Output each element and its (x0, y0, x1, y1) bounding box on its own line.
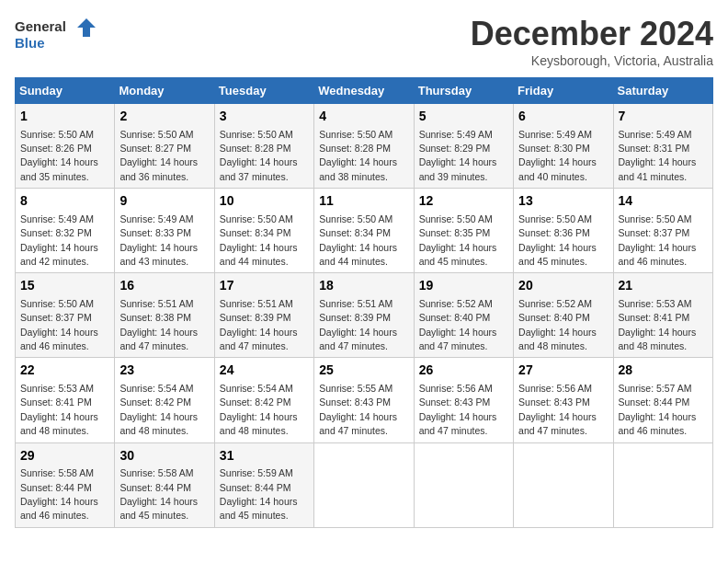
weekday-header: Thursday (414, 78, 513, 104)
day-number: 1 (20, 108, 109, 126)
cell-sunrise: Sunrise: 5:49 AMSunset: 8:30 PMDaylight:… (518, 129, 597, 182)
calendar-cell: 27 Sunrise: 5:56 AMSunset: 8:43 PMDaylig… (514, 358, 613, 442)
calendar-cell: 21 Sunrise: 5:53 AMSunset: 8:41 PMDaylig… (613, 273, 712, 358)
calendar-cell: 8 Sunrise: 5:49 AMSunset: 8:32 PMDayligh… (16, 189, 115, 273)
calendar-week-row: 15 Sunrise: 5:50 AMSunset: 8:37 PMDaylig… (16, 273, 713, 358)
day-number: 14 (619, 192, 708, 211)
calendar-cell (613, 442, 712, 527)
cell-sunrise: Sunrise: 5:58 AMSunset: 8:44 PMDaylight:… (20, 467, 98, 521)
calendar-week-row: 29 Sunrise: 5:58 AMSunset: 8:44 PMDaylig… (16, 442, 713, 527)
cell-sunrise: Sunrise: 5:58 AMSunset: 8:44 PMDaylight:… (119, 467, 198, 521)
calendar-cell: 24 Sunrise: 5:54 AMSunset: 8:42 PMDaylig… (214, 358, 313, 442)
weekday-header: Monday (115, 78, 214, 104)
cell-sunrise: Sunrise: 5:53 AMSunset: 8:41 PMDaylight:… (619, 298, 697, 351)
cell-sunrise: Sunrise: 5:49 AMSunset: 8:31 PMDaylight:… (619, 129, 697, 182)
day-number: 20 (518, 277, 608, 295)
cell-sunrise: Sunrise: 5:50 AMSunset: 8:37 PMDaylight:… (619, 213, 697, 267)
title-block: December 2024 Keysborough, Victoria, Aus… (471, 15, 713, 68)
cell-sunrise: Sunrise: 5:50 AMSunset: 8:37 PMDaylight:… (20, 298, 98, 351)
cell-sunrise: Sunrise: 5:53 AMSunset: 8:41 PMDaylight:… (20, 383, 98, 436)
calendar-cell: 4 Sunrise: 5:50 AMSunset: 8:28 PMDayligh… (314, 104, 414, 189)
cell-sunrise: Sunrise: 5:51 AMSunset: 8:38 PMDaylight:… (119, 298, 198, 351)
calendar-cell: 25 Sunrise: 5:55 AMSunset: 8:43 PMDaylig… (314, 358, 414, 442)
day-number: 27 (518, 362, 608, 380)
cell-sunrise: Sunrise: 5:50 AMSunset: 8:28 PMDaylight:… (319, 129, 397, 182)
calendar-week-row: 1 Sunrise: 5:50 AMSunset: 8:26 PMDayligh… (16, 104, 713, 189)
calendar-cell: 26 Sunrise: 5:56 AMSunset: 8:43 PMDaylig… (414, 358, 513, 442)
day-number: 22 (20, 362, 109, 380)
svg-text:General: General (15, 18, 66, 34)
day-number: 9 (119, 192, 209, 211)
cell-sunrise: Sunrise: 5:50 AMSunset: 8:35 PMDaylight:… (419, 213, 497, 267)
calendar-cell: 19 Sunrise: 5:52 AMSunset: 8:40 PMDaylig… (414, 273, 513, 358)
weekday-header: Saturday (613, 78, 712, 104)
calendar-cell: 17 Sunrise: 5:51 AMSunset: 8:39 PMDaylig… (214, 273, 313, 358)
calendar-cell (314, 442, 414, 527)
cell-sunrise: Sunrise: 5:52 AMSunset: 8:40 PMDaylight:… (518, 298, 597, 351)
calendar-cell: 11 Sunrise: 5:50 AMSunset: 8:34 PMDaylig… (314, 189, 414, 273)
day-number: 21 (619, 277, 708, 295)
day-number: 8 (20, 192, 109, 211)
logo-svg: General Blue (15, 15, 97, 56)
day-number: 30 (119, 447, 209, 465)
weekday-header: Tuesday (214, 78, 313, 104)
day-number: 10 (220, 192, 309, 211)
calendar-week-row: 22 Sunrise: 5:53 AMSunset: 8:41 PMDaylig… (16, 358, 713, 442)
cell-sunrise: Sunrise: 5:52 AMSunset: 8:40 PMDaylight:… (419, 298, 497, 351)
cell-sunrise: Sunrise: 5:50 AMSunset: 8:28 PMDaylight:… (220, 129, 298, 182)
day-number: 15 (20, 277, 109, 295)
day-number: 3 (220, 108, 309, 126)
day-number: 5 (419, 108, 508, 126)
cell-sunrise: Sunrise: 5:50 AMSunset: 8:36 PMDaylight:… (518, 213, 597, 267)
cell-sunrise: Sunrise: 5:51 AMSunset: 8:39 PMDaylight:… (319, 298, 397, 351)
calendar-cell: 20 Sunrise: 5:52 AMSunset: 8:40 PMDaylig… (514, 273, 613, 358)
day-number: 6 (518, 108, 608, 126)
day-number: 26 (419, 362, 508, 380)
calendar-cell: 12 Sunrise: 5:50 AMSunset: 8:35 PMDaylig… (414, 189, 513, 273)
calendar-cell: 23 Sunrise: 5:54 AMSunset: 8:42 PMDaylig… (115, 358, 214, 442)
calendar-week-row: 8 Sunrise: 5:49 AMSunset: 8:32 PMDayligh… (16, 189, 713, 273)
day-number: 29 (20, 447, 109, 465)
day-number: 18 (319, 277, 408, 295)
calendar-cell: 13 Sunrise: 5:50 AMSunset: 8:36 PMDaylig… (514, 189, 613, 273)
cell-sunrise: Sunrise: 5:50 AMSunset: 8:26 PMDaylight:… (20, 129, 98, 182)
day-number: 19 (419, 277, 508, 295)
calendar-cell: 6 Sunrise: 5:49 AMSunset: 8:30 PMDayligh… (514, 104, 613, 189)
cell-sunrise: Sunrise: 5:59 AMSunset: 8:44 PMDaylight:… (220, 467, 298, 521)
calendar-cell: 5 Sunrise: 5:49 AMSunset: 8:29 PMDayligh… (414, 104, 513, 189)
calendar-cell: 1 Sunrise: 5:50 AMSunset: 8:26 PMDayligh… (16, 104, 115, 189)
calendar-cell (414, 442, 513, 527)
weekday-header: Sunday (16, 78, 115, 104)
calendar-cell: 28 Sunrise: 5:57 AMSunset: 8:44 PMDaylig… (613, 358, 712, 442)
cell-sunrise: Sunrise: 5:50 AMSunset: 8:27 PMDaylight:… (119, 129, 198, 182)
day-number: 12 (419, 192, 508, 211)
calendar-cell: 2 Sunrise: 5:50 AMSunset: 8:27 PMDayligh… (115, 104, 214, 189)
weekday-header: Wednesday (314, 78, 414, 104)
cell-sunrise: Sunrise: 5:56 AMSunset: 8:43 PMDaylight:… (419, 383, 497, 436)
calendar-cell: 15 Sunrise: 5:50 AMSunset: 8:37 PMDaylig… (16, 273, 115, 358)
svg-text:Blue: Blue (15, 35, 45, 51)
cell-sunrise: Sunrise: 5:50 AMSunset: 8:34 PMDaylight:… (220, 213, 298, 267)
logo: General Blue (15, 15, 97, 56)
calendar-cell: 10 Sunrise: 5:50 AMSunset: 8:34 PMDaylig… (214, 189, 313, 273)
day-number: 16 (119, 277, 209, 295)
calendar-cell: 3 Sunrise: 5:50 AMSunset: 8:28 PMDayligh… (214, 104, 313, 189)
cell-sunrise: Sunrise: 5:50 AMSunset: 8:34 PMDaylight:… (319, 213, 397, 267)
calendar-cell: 9 Sunrise: 5:49 AMSunset: 8:33 PMDayligh… (115, 189, 214, 273)
cell-sunrise: Sunrise: 5:49 AMSunset: 8:29 PMDaylight:… (419, 129, 497, 182)
day-number: 31 (220, 447, 309, 465)
calendar-table: SundayMondayTuesdayWednesdayThursdayFrid… (15, 77, 713, 528)
svg-marker-2 (77, 18, 96, 37)
calendar-cell: 16 Sunrise: 5:51 AMSunset: 8:38 PMDaylig… (115, 273, 214, 358)
day-number: 23 (119, 362, 209, 380)
calendar-cell: 31 Sunrise: 5:59 AMSunset: 8:44 PMDaylig… (214, 442, 313, 527)
day-number: 28 (619, 362, 708, 380)
cell-sunrise: Sunrise: 5:49 AMSunset: 8:32 PMDaylight:… (20, 213, 98, 267)
cell-sunrise: Sunrise: 5:54 AMSunset: 8:42 PMDaylight:… (220, 383, 298, 436)
cell-sunrise: Sunrise: 5:56 AMSunset: 8:43 PMDaylight:… (518, 383, 597, 436)
cell-sunrise: Sunrise: 5:57 AMSunset: 8:44 PMDaylight:… (619, 383, 697, 436)
month-title: December 2024 (471, 15, 713, 53)
calendar-cell (514, 442, 613, 527)
calendar-cell: 18 Sunrise: 5:51 AMSunset: 8:39 PMDaylig… (314, 273, 414, 358)
calendar-cell: 7 Sunrise: 5:49 AMSunset: 8:31 PMDayligh… (613, 104, 712, 189)
